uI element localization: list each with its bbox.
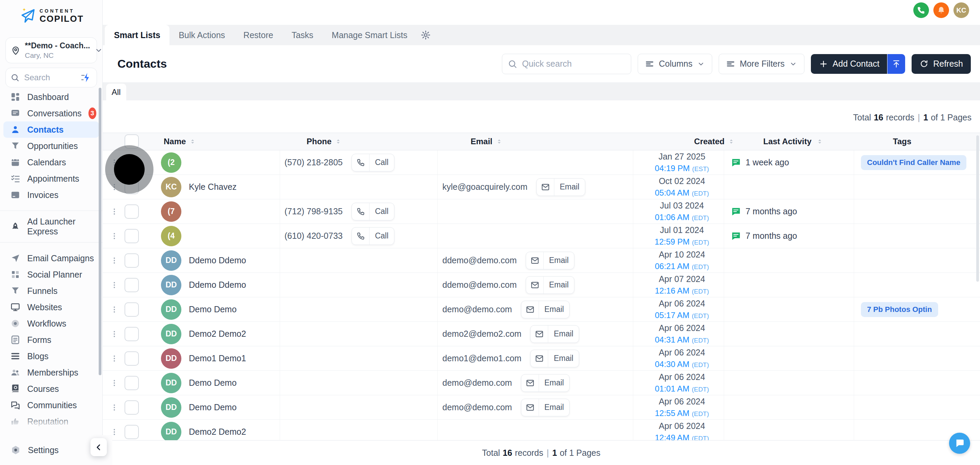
sidebar-item-calendars[interactable]: Calendars [0, 154, 102, 170]
view-tab-all[interactable]: All [106, 84, 126, 100]
table-row[interactable]: (2 (570) 218-2805 Call Jan 27 202 [102, 150, 980, 175]
row-menu-icon[interactable] [110, 304, 118, 315]
email-button[interactable]: Email [521, 399, 570, 416]
email-button[interactable]: Email [521, 374, 570, 392]
created-time[interactable]: 12:59 PM [655, 237, 690, 247]
row-checkbox[interactable] [124, 302, 139, 317]
table-row[interactable]: DD Demo Demo demo@demo.com Email A [102, 371, 980, 395]
row-menu-icon[interactable] [110, 402, 118, 413]
row-checkbox[interactable] [124, 180, 139, 194]
table-row[interactable]: DD Ddemo Ddemo ddemo@demo.com Email [102, 273, 980, 297]
row-menu-icon[interactable] [110, 328, 118, 340]
sidebar-item-reputation[interactable]: Reputation [0, 413, 102, 430]
contact-name[interactable]: Demo2 Demo2 [189, 427, 246, 437]
row-menu-icon[interactable] [110, 353, 118, 364]
location-switcher[interactable]: **Demo - Coach... Cary, NC [5, 37, 97, 63]
ai-bolt-icon[interactable] [80, 72, 92, 83]
contact-name[interactable]: Ddemo Ddemo [189, 256, 246, 265]
row-checkbox[interactable] [124, 327, 139, 341]
table-row[interactable]: (4 (610) 420-0733 Call Jul 01 202 [102, 224, 980, 248]
sidebar-scrollbar-thumb[interactable] [99, 88, 102, 375]
sidebar-item-social-planner[interactable]: Social Planner [0, 267, 102, 282]
created-time[interactable]: 01:06 AM [655, 213, 689, 222]
contact-name[interactable]: Demo1 Demo1 [189, 354, 246, 363]
row-checkbox[interactable] [124, 351, 139, 366]
email-button[interactable]: Email [526, 252, 575, 270]
tab-tasks[interactable]: Tasks [282, 25, 323, 45]
chat-launcher-button[interactable] [949, 433, 970, 454]
created-time[interactable]: 01:01 AM [655, 384, 689, 394]
tab-smart-lists[interactable]: Smart Lists [105, 25, 169, 45]
row-checkbox[interactable] [124, 156, 139, 170]
sidebar-item-conversations[interactable]: Conversations3 [0, 105, 102, 121]
table-row[interactable]: DD Ddemo Ddemo ddemo@demo.com Email [102, 248, 980, 273]
table-row[interactable]: DD Demo Demo demo@demo.com Email A [102, 297, 980, 322]
row-checkbox[interactable] [124, 229, 139, 243]
contact-name[interactable]: Ddemo Ddemo [189, 280, 246, 290]
sort-icon[interactable] [727, 138, 735, 145]
table-row[interactable]: DD Demo2 Demo2 demo2@demo2.com Email [102, 322, 980, 346]
created-time[interactable]: 04:19 PM [655, 163, 690, 173]
tab-bulk-actions[interactable]: Bulk Actions [169, 25, 234, 45]
sidebar-item-email-campaigns[interactable]: Email Campaigns [0, 250, 102, 267]
smart-list-settings-button[interactable] [417, 25, 435, 45]
created-time[interactable]: 04:30 AM [655, 360, 689, 369]
sidebar-item-contacts[interactable]: Contacts [3, 121, 99, 138]
table-scrollbar-thumb[interactable] [976, 135, 979, 282]
row-checkbox[interactable] [124, 425, 139, 439]
email-button[interactable]: Email [536, 178, 585, 196]
email-button[interactable]: Email [526, 276, 575, 294]
call-button[interactable]: Call [352, 227, 395, 245]
row-checkbox[interactable] [124, 376, 139, 390]
email-button[interactable]: Email [521, 301, 570, 318]
sort-icon[interactable] [334, 138, 342, 145]
table-row[interactable]: DD Demo1 Demo1 demo1@demo1.com Email [102, 346, 980, 371]
sidebar-item-funnels[interactable]: Funnels [0, 282, 102, 299]
sort-icon[interactable] [816, 138, 824, 145]
email-button[interactable]: Email [530, 325, 579, 343]
sidebar-search-input[interactable] [24, 73, 76, 83]
table-row[interactable]: DD Demo Demo demo@demo.com Email A [102, 395, 980, 420]
contact-name[interactable]: Kyle Chavez [189, 182, 237, 192]
table-row[interactable]: (7 (712) 798-9135 Call Jul 03 202 [102, 199, 980, 224]
row-menu-icon[interactable] [110, 230, 118, 242]
contact-name[interactable]: Demo Demo [189, 402, 237, 412]
sidebar-item-appointments[interactable]: Appointments [0, 170, 102, 187]
sort-icon[interactable] [189, 138, 196, 145]
row-menu-icon[interactable] [110, 157, 118, 168]
tab-manage-smart-lists[interactable]: Manage Smart Lists [323, 25, 417, 45]
row-checkbox[interactable] [124, 400, 139, 415]
sidebar-item-blogs[interactable]: Blogs [0, 348, 102, 364]
sidebar-search[interactable] [5, 68, 97, 87]
row-menu-icon[interactable] [110, 279, 118, 291]
created-time[interactable]: 12:55 AM [655, 408, 689, 418]
sidebar-item-communities[interactable]: Communities [0, 397, 102, 413]
row-checkbox[interactable] [124, 205, 139, 219]
row-menu-icon[interactable] [110, 181, 118, 193]
sidebar-item-courses[interactable]: Courses [0, 381, 102, 397]
sort-icon[interactable] [495, 138, 503, 145]
call-button[interactable]: Call [352, 203, 395, 221]
row-menu-icon[interactable] [110, 206, 118, 217]
sidebar-item-ad-launcher-express[interactable]: Ad Launcher Express [0, 218, 102, 235]
table-row[interactable]: KC Kyle Chavez kyle@goacquirely.com Emai… [102, 175, 980, 199]
row-menu-icon[interactable] [110, 255, 118, 267]
quick-search-input[interactable] [521, 59, 625, 69]
sidebar-item-workflows[interactable]: Workflows [0, 315, 102, 332]
sidebar-item-memberships[interactable]: Memberships [0, 364, 102, 381]
created-time[interactable]: 06:21 AM [655, 262, 689, 271]
row-checkbox[interactable] [124, 254, 139, 268]
select-all-checkbox[interactable] [124, 134, 139, 149]
sidebar-item-forms[interactable]: Forms [0, 332, 102, 348]
sidebar-item-dashboard[interactable]: Dashboard [0, 89, 102, 105]
sidebar-item-opportunities[interactable]: Opportunities [0, 138, 102, 154]
columns-button[interactable]: Columns [638, 54, 712, 74]
contact-name[interactable]: Demo Demo [189, 305, 237, 314]
add-contact-button[interactable]: Add Contact [811, 54, 888, 74]
contact-name[interactable]: Demo2 Demo2 [189, 329, 246, 339]
import-contacts-button[interactable] [888, 54, 905, 74]
email-button[interactable]: Email [530, 350, 579, 367]
created-time[interactable]: 05:04 AM [655, 188, 689, 198]
notifications-button[interactable] [933, 2, 949, 18]
user-avatar[interactable]: KC [953, 2, 969, 18]
